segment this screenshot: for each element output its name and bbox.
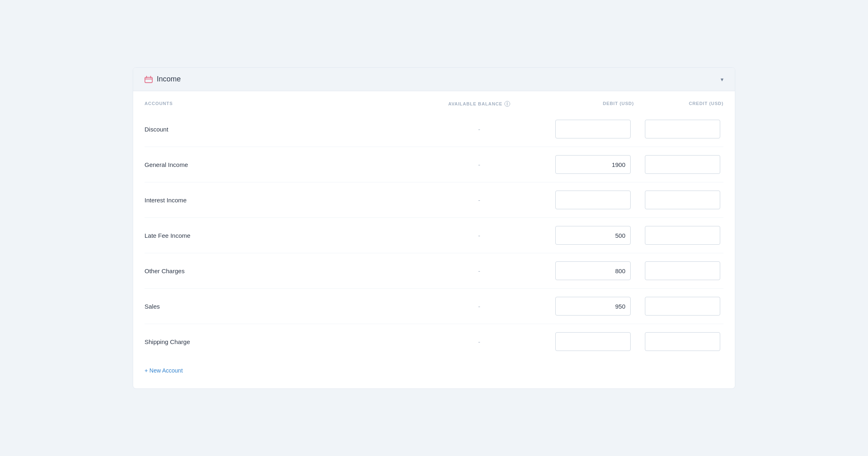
account-name: Discount: [145, 126, 414, 133]
balance-value: -: [414, 338, 544, 345]
table-row: General Income -: [145, 147, 723, 182]
credit-cell: [634, 191, 723, 209]
debit-input[interactable]: [555, 191, 631, 209]
debit-input[interactable]: [555, 297, 631, 316]
accounts-table: Discount - General Income - Interest Inc…: [145, 112, 723, 359]
debit-cell: [544, 261, 634, 280]
new-account-button[interactable]: + New Account: [145, 366, 183, 375]
balance-value: -: [414, 303, 544, 310]
debit-cell: [544, 226, 634, 245]
credit-cell: [634, 297, 723, 316]
debit-cell: [544, 191, 634, 209]
col-accounts: ACCOUNTS: [145, 101, 414, 107]
table-row: Interest Income -: [145, 182, 723, 218]
credit-cell: [634, 155, 723, 174]
col-available-balance: AVAILABLE BALANCE i: [414, 101, 544, 107]
credit-cell: [634, 332, 723, 351]
debit-input[interactable]: [555, 226, 631, 245]
col-credit: CREDIT (USD): [634, 101, 723, 107]
balance-value: -: [414, 267, 544, 274]
col-debit: DEBIT (USD): [544, 101, 634, 107]
credit-input[interactable]: [645, 297, 720, 316]
debit-cell: [544, 155, 634, 174]
table-row: Discount -: [145, 112, 723, 147]
card-header: Income ▾: [133, 68, 735, 91]
credit-cell: [634, 120, 723, 138]
income-card: Income ▾ ACCOUNTS AVAILABLE BALANCE i DE…: [133, 67, 735, 389]
credit-input[interactable]: [645, 155, 720, 174]
section-title: Income: [157, 75, 181, 83]
balance-value: -: [414, 197, 544, 204]
chevron-down-icon[interactable]: ▾: [721, 76, 723, 83]
svg-rect-0: [145, 77, 152, 83]
debit-input[interactable]: [555, 155, 631, 174]
credit-input[interactable]: [645, 261, 720, 280]
header-left: Income: [145, 75, 181, 83]
credit-input[interactable]: [645, 226, 720, 245]
table-row: Sales -: [145, 289, 723, 324]
info-icon[interactable]: i: [504, 101, 510, 107]
debit-cell: [544, 297, 634, 316]
account-name: General Income: [145, 161, 414, 168]
account-name: Other Charges: [145, 267, 414, 274]
credit-input[interactable]: [645, 191, 720, 209]
balance-value: -: [414, 161, 544, 168]
balance-value: -: [414, 126, 544, 133]
table-header: ACCOUNTS AVAILABLE BALANCE i DEBIT (USD)…: [145, 101, 723, 112]
table-row: Shipping Charge -: [145, 324, 723, 359]
debit-input[interactable]: [555, 261, 631, 280]
table-row: Late Fee Income -: [145, 218, 723, 253]
credit-cell: [634, 261, 723, 280]
account-name: Sales: [145, 303, 414, 310]
debit-cell: [544, 332, 634, 351]
income-icon: [145, 76, 153, 83]
account-name: Shipping Charge: [145, 338, 414, 345]
debit-cell: [544, 120, 634, 138]
credit-input[interactable]: [645, 332, 720, 351]
credit-input[interactable]: [645, 120, 720, 138]
card-body: ACCOUNTS AVAILABLE BALANCE i DEBIT (USD)…: [133, 91, 735, 388]
debit-input[interactable]: [555, 120, 631, 138]
credit-cell: [634, 226, 723, 245]
account-name: Interest Income: [145, 197, 414, 204]
account-name: Late Fee Income: [145, 232, 414, 239]
table-row: Other Charges -: [145, 253, 723, 289]
balance-value: -: [414, 232, 544, 239]
debit-input[interactable]: [555, 332, 631, 351]
